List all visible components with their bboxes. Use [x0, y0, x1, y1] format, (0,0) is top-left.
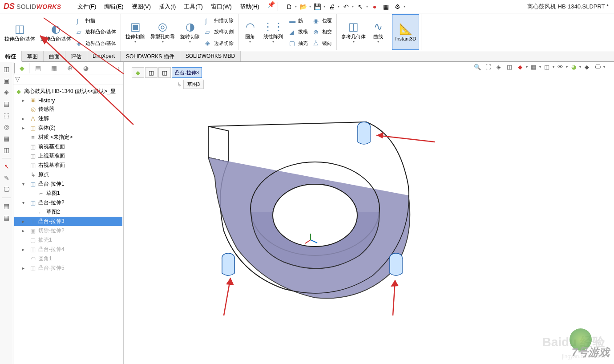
- menu-view[interactable]: 视图(V): [128, 1, 154, 12]
- swept-boss-button[interactable]: ∫扫描: [74, 16, 119, 25]
- draft-button[interactable]: ◢拔模: [287, 28, 311, 36]
- rail-monitor-icon[interactable]: 🖵: [1, 184, 12, 195]
- menu-insert[interactable]: 插入(I): [155, 1, 179, 12]
- tree-shell1[interactable]: ▢抽壳1: [14, 235, 122, 245]
- shell-button[interactable]: ▢抽壳: [287, 39, 311, 48]
- wrap-button[interactable]: ◉包覆: [311, 16, 335, 25]
- panel-tab-display-manager[interactable]: ◕: [78, 63, 93, 73]
- tree-boss-extrude5[interactable]: ▸◫凸台-拉伸5: [14, 263, 122, 273]
- menu-edit[interactable]: 编辑(E): [101, 1, 127, 12]
- print-icon[interactable]: 🖨: [327, 2, 337, 12]
- tab-mbd[interactable]: SOLIDWORKS MBD: [180, 51, 241, 61]
- instant3d-button[interactable]: 📐 Instant3D: [392, 14, 419, 50]
- tree-sensors[interactable]: ◎传感器: [14, 105, 122, 114]
- curves-button[interactable]: ∿ 曲线 ▾: [368, 14, 388, 50]
- task-pane-rail: ◫ ▣ ◈ ▤ ⬚ ◎ ▦ ◫ ↖ ✎ 🖵 ▦ ▦: [0, 62, 13, 364]
- panel-tab-configuration-manager[interactable]: ▦: [46, 63, 61, 73]
- game-logo: 7号游戏: [543, 333, 610, 360]
- select-icon[interactable]: ↖: [355, 2, 365, 12]
- filter-icon[interactable]: ▽: [15, 75, 20, 82]
- tree-origin[interactable]: ↳原点: [14, 170, 122, 179]
- draft-icon: ◢: [289, 28, 296, 36]
- new-document-icon[interactable]: 🗋: [284, 2, 294, 12]
- extrude-cut-icon: ▣: [130, 20, 141, 33]
- settings-gear-icon[interactable]: ⚙: [393, 2, 403, 12]
- tree-right-plane[interactable]: ◫右视基准面: [14, 161, 122, 170]
- panel-tab-property-manager[interactable]: ▤: [30, 63, 45, 73]
- loft-cut-button[interactable]: ▱放样切割: [202, 28, 236, 36]
- tree-sketch1[interactable]: ⌐草图1: [14, 189, 122, 198]
- rail-part-icon[interactable]: ▣: [1, 75, 12, 86]
- rail-stack1-icon[interactable]: ▦: [1, 201, 12, 211]
- menu-help[interactable]: 帮助(H): [236, 1, 263, 12]
- tree-boss-extrude4[interactable]: ▸◫凸台-拉伸4: [14, 245, 122, 254]
- svg-point-2: [273, 184, 357, 247]
- svg-line-9: [376, 135, 435, 142]
- rail-design-library-icon[interactable]: ◎: [1, 121, 12, 132]
- panel-tab-dimxpert-manager[interactable]: ⊕: [62, 63, 77, 73]
- tab-evaluate[interactable]: 评估: [65, 51, 87, 61]
- menu-file[interactable]: 文件(F): [74, 1, 100, 12]
- hole-wizard-button[interactable]: ◎ 异型孔向导 ▾: [148, 14, 178, 50]
- menu-bar: DS SOLID WORKS 文件(F) 编辑(E) 视图(V) 插入(I) 工…: [0, 0, 614, 13]
- ref-geom-button[interactable]: ◫ 参考几何体 ▾: [339, 14, 368, 50]
- tree-annotations[interactable]: ▸A注解: [14, 114, 122, 123]
- fillet-button[interactable]: ◠ 圆角 ▾: [240, 14, 260, 50]
- tree-boss-extrude2[interactable]: ▾◫凸台-拉伸2: [14, 198, 122, 207]
- linear-pattern-button[interactable]: ⋮⋮ 线性阵列 ▾: [260, 14, 287, 50]
- ref-geom-icon: ◫: [348, 20, 359, 33]
- panel-tab-feature-tree[interactable]: ◆: [14, 63, 29, 73]
- plane-icon: ◫: [29, 153, 36, 159]
- tree-history[interactable]: ▸▣History: [14, 96, 122, 105]
- extrude-cut-button[interactable]: ▣ 拉伸切除 ▾: [123, 14, 148, 50]
- rail-view-palette-icon[interactable]: ◫: [1, 145, 12, 155]
- rail-resources-icon[interactable]: ⬚: [1, 110, 12, 121]
- extrude-boss-button[interactable]: ◫ 拉伸凸台/基体: [2, 14, 38, 50]
- mirror-button[interactable]: ⧊镜向: [311, 39, 335, 48]
- document-title: 离心鼓风机 HB-1340.SLDPRT *: [527, 3, 609, 11]
- loft-cut-icon: ▱: [205, 28, 212, 36]
- undo-icon[interactable]: ↶: [341, 2, 351, 12]
- intersect-button[interactable]: ⊗相交: [311, 28, 335, 36]
- feature-manager-panel: ◆ ▤ ▦ ⊕ ◕ › ▽ ◆ 离心鼓风机 HB-1340 (默认<<默认>_显…: [13, 62, 124, 364]
- graphics-viewport[interactable]: 🔍 ⛶ ◈ ◫ ◆▾ ▦▾ ◫▾ 👁▾ ◕▾ ◆ 🖵▾ ◆ ◫ ◫ 凸台-拉伸3…: [124, 62, 614, 364]
- rail-edit-icon[interactable]: ✎: [1, 173, 12, 183]
- loft-boss-button[interactable]: ▱放样凸台/基体: [74, 28, 119, 36]
- menu-tools[interactable]: 工具(T): [180, 1, 206, 12]
- rail-arrow-icon[interactable]: ↖: [1, 161, 12, 172]
- tab-feature[interactable]: 特征: [0, 51, 22, 62]
- open-document-icon[interactable]: 📂: [299, 2, 308, 12]
- tree-top-plane[interactable]: ◫上视基准面: [14, 151, 122, 161]
- rail-cube-icon[interactable]: ◫: [1, 64, 12, 74]
- tree-boss-extrude1[interactable]: ▾◫凸台-拉伸1: [14, 179, 122, 189]
- tree-material[interactable]: ≡材质 <未指定>: [14, 133, 122, 142]
- swept-icon: ∫: [77, 17, 84, 24]
- tree-front-plane[interactable]: ◫前视基准面: [14, 142, 122, 151]
- tab-sketch[interactable]: 草图: [22, 51, 44, 61]
- revolve-boss-button[interactable]: ◐ 旋转凸台/基体: [38, 14, 74, 50]
- tree-root[interactable]: ◆ 离心鼓风机 HB-1340 (默认<<默认>_显: [14, 87, 122, 96]
- tree-fillet1[interactable]: ◠圆角1: [14, 254, 122, 263]
- boundary-cut-button[interactable]: ◈边界切除: [202, 39, 236, 48]
- tree-cut-extrude2[interactable]: ▸▣切除-拉伸2: [14, 226, 122, 235]
- pin-icon[interactable]: 📌: [267, 1, 275, 12]
- fillet-icon: ◠: [246, 20, 255, 33]
- save-icon[interactable]: 💾: [313, 2, 323, 12]
- menu-window[interactable]: 窗口(W): [207, 1, 235, 12]
- rail-stack2-icon[interactable]: ▦: [1, 212, 12, 223]
- rib-button[interactable]: ▬筋: [287, 16, 311, 25]
- swept-cut-button[interactable]: ∫扫描切除: [202, 16, 236, 25]
- intersect-icon: ⊗: [313, 28, 320, 36]
- options-grid-icon[interactable]: ▦: [381, 2, 391, 12]
- tab-addins[interactable]: SOLIDWORKS 插件: [121, 51, 180, 61]
- tree-sketch2[interactable]: ⌐草图2: [14, 207, 122, 217]
- revolve-cut-button[interactable]: ◑ 旋转切除 ▾: [178, 14, 202, 50]
- shell-icon: ▢: [29, 237, 36, 243]
- tree-boss-extrude3[interactable]: ▸◫凸台-拉伸3: [14, 217, 122, 226]
- tab-surface[interactable]: 曲面: [44, 51, 65, 61]
- rail-assembly-icon[interactable]: ◈: [1, 87, 12, 97]
- rebuild-icon[interactable]: ●: [370, 2, 380, 12]
- rail-file-explorer-icon[interactable]: ▦: [1, 133, 12, 144]
- rail-drawing-icon[interactable]: ▤: [1, 98, 12, 109]
- tree-solid-bodies[interactable]: ▸◫实体(2): [14, 123, 122, 133]
